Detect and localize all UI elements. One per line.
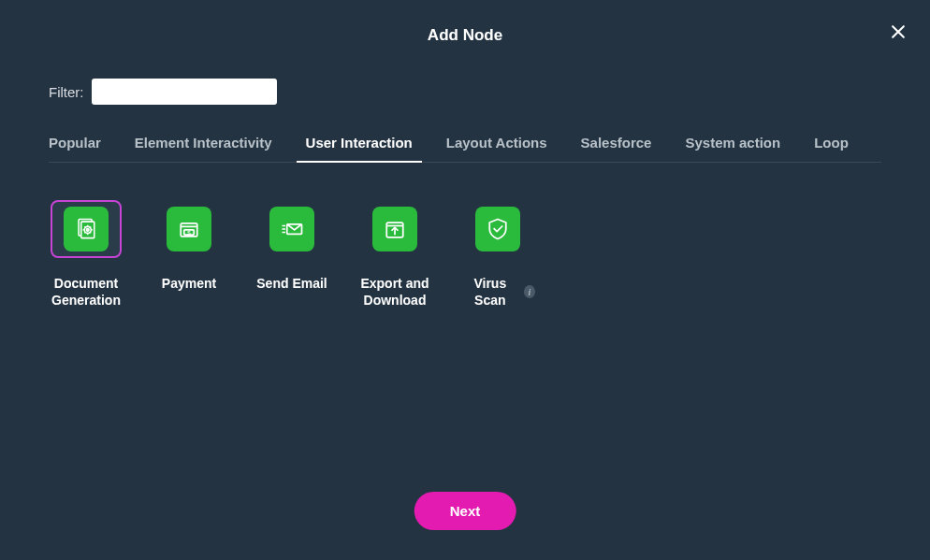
node-payment[interactable]: $ Payment: [152, 200, 226, 309]
nodes-grid: Document Generation $ Payment Send Email: [0, 163, 930, 309]
wallet-icon: $: [167, 207, 211, 251]
modal-title: Add Node: [0, 0, 930, 45]
tab-loop[interactable]: Loop: [814, 135, 849, 162]
filter-label: Filter:: [49, 84, 84, 100]
node-label-text: Virus Scan: [460, 275, 520, 309]
close-icon: [889, 22, 908, 41]
tab-system-action[interactable]: System action: [685, 135, 780, 162]
tab-layout-actions[interactable]: Layout Actions: [446, 135, 547, 162]
node-label: Send Email: [256, 275, 327, 292]
tabs: Popular Element Interactivity User Inter…: [49, 135, 881, 163]
close-button[interactable]: [887, 21, 909, 43]
node-virus-scan[interactable]: Virus Scan i: [460, 200, 535, 309]
tab-element-interactivity[interactable]: Element Interactivity: [135, 135, 272, 162]
node-icon-wrap: [51, 200, 122, 258]
node-document-generation[interactable]: Document Generation: [49, 200, 124, 309]
svg-text:$: $: [187, 229, 191, 236]
node-label: Export and Download: [357, 275, 432, 309]
add-node-modal: Add Node Filter: Popular Element Interac…: [0, 0, 930, 560]
document-gear-icon: [64, 207, 109, 251]
node-icon-wrap: [256, 200, 327, 258]
tab-user-interaction[interactable]: User Interaction: [306, 135, 413, 162]
export-icon: [372, 207, 417, 251]
filter-row: Filter:: [0, 45, 930, 105]
filter-input[interactable]: [92, 79, 277, 105]
shield-check-icon: [475, 207, 520, 251]
node-icon-wrap: $: [153, 200, 225, 258]
node-icon-wrap: [359, 200, 430, 258]
tab-salesforce[interactable]: Salesforce: [581, 135, 652, 162]
node-label: Payment: [162, 275, 216, 292]
node-icon-wrap: [462, 200, 533, 258]
node-send-email[interactable]: Send Email: [254, 200, 329, 309]
node-label: Virus Scan i: [460, 275, 535, 309]
info-icon[interactable]: i: [524, 285, 535, 298]
send-email-icon: [269, 207, 314, 251]
tab-popular[interactable]: Popular: [49, 135, 101, 162]
node-export-download[interactable]: Export and Download: [357, 200, 432, 309]
next-button[interactable]: Next: [414, 492, 516, 530]
node-label: Document Generation: [49, 275, 124, 309]
svg-point-3: [86, 229, 89, 232]
